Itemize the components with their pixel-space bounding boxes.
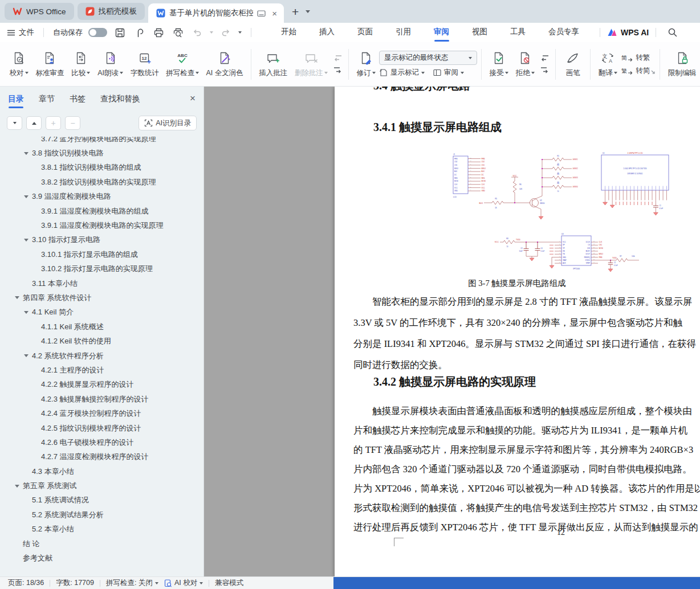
toc-item[interactable]: 3.8.2 指纹识别模块电路的实现原理	[0, 175, 204, 189]
menu-tab-6[interactable]: 工具	[499, 23, 537, 42]
wps-ai-button[interactable]: WPS AI	[607, 28, 649, 37]
redo-chevron-icon[interactable]	[238, 31, 242, 34]
save-button[interactable]	[113, 26, 127, 39]
zoom-out-button[interactable]: −	[65, 116, 80, 130]
collapse-triangle-icon[interactable]	[24, 239, 32, 242]
menu-tab-7[interactable]: 会员专享	[537, 23, 591, 42]
collapse-triangle-icon[interactable]	[15, 296, 23, 299]
tab-document[interactable]: 基于单片机的智能衣柜控制系 ×	[148, 3, 284, 23]
toc-item[interactable]: 4.2 系统软件程序分析	[0, 349, 204, 363]
toc-item[interactable]: 第五章 系统测试	[0, 478, 204, 493]
accept-button[interactable]: 接受	[486, 48, 512, 80]
search-button[interactable]	[668, 27, 678, 38]
ink-brush-button[interactable]: 画笔	[560, 48, 586, 80]
toc-item[interactable]: 参考文献	[0, 551, 204, 565]
toc-item[interactable]: 4.2.3 触摸屏触摸控制程序的设计	[0, 392, 204, 406]
collapse-all-button[interactable]	[7, 116, 22, 130]
toc-item[interactable]: 4.1.2 Keil 软件的使用	[0, 334, 204, 348]
collapse-triangle-icon[interactable]	[24, 311, 32, 314]
status-compat-mode[interactable]: 兼容模式	[215, 578, 243, 588]
sidebar-tab-1[interactable]: 章节	[39, 87, 55, 112]
compare-button[interactable]: 比较	[68, 48, 94, 80]
translate-button[interactable]: 文A 翻译	[595, 48, 621, 80]
toc-item[interactable]: 4.2.5 指纹识别模块程序的设计	[0, 421, 204, 435]
markup-state-select[interactable]: 显示标记的最终状态	[379, 51, 477, 65]
toc-item[interactable]: 3.11 本章小结	[0, 276, 204, 291]
toc-item[interactable]: 4.1.1 Keil 系统概述	[0, 320, 204, 334]
menu-tab-3[interactable]: 引用	[384, 23, 422, 42]
insert-comment-button[interactable]: 插入批注	[255, 48, 291, 80]
previous-comment-button[interactable]	[333, 55, 343, 62]
toc-item[interactable]: 4.2.2 触摸屏显示程序的设计	[0, 378, 204, 392]
autosave-toggle[interactable]	[88, 28, 107, 37]
restrict-editing-button[interactable]: 限制编辑	[664, 48, 700, 80]
toc-item[interactable]: 3.8 指纹识别模块电路	[0, 146, 204, 160]
previous-revision-button[interactable]	[540, 55, 550, 62]
sidebar-tab-2[interactable]: 书签	[70, 87, 86, 112]
menu-tab-5[interactable]: 视图	[461, 23, 499, 42]
undo-button[interactable]	[190, 26, 204, 39]
toc-item[interactable]: 4.2.6 电子锁模块程序的设计	[0, 435, 204, 449]
toc-item[interactable]: 4.2.4 蓝牙模块控制程序的设计	[0, 406, 204, 420]
spell-check-button[interactable]: ABC 拼写检查	[162, 48, 202, 80]
tab-wps-office[interactable]: WPS Office	[5, 3, 74, 20]
print-button[interactable]	[152, 26, 165, 39]
toc-item[interactable]: 3.9 温湿度检测模块电路	[0, 190, 204, 204]
collapse-triangle-icon[interactable]	[24, 152, 32, 155]
toc-item[interactable]: 4.2.1 主程序的设计	[0, 363, 204, 377]
menu-tab-0[interactable]: 开始	[270, 23, 308, 42]
export-button[interactable]	[132, 26, 146, 39]
sidebar-tab-0[interactable]: 目录	[8, 87, 24, 112]
ai-recognize-toc-button[interactable]: AI识别目录	[139, 116, 197, 130]
group-expand-icon[interactable]	[650, 69, 656, 75]
ai-polish-button[interactable]: AI 全文润色	[202, 48, 247, 80]
menu-tab-1[interactable]: 插入	[308, 23, 346, 42]
zoom-in-button[interactable]: +	[46, 116, 61, 130]
collapse-triangle-icon[interactable]	[15, 485, 23, 488]
ai-read-button[interactable]: AI朗读	[94, 48, 127, 80]
expand-all-button[interactable]	[26, 116, 42, 130]
status-spellcheck[interactable]: 拼写检查: 关闭	[106, 578, 158, 588]
status-ai-proofread[interactable]: AI 校对	[164, 578, 203, 588]
undo-chevron-icon[interactable]	[210, 31, 213, 34]
toc-item[interactable]: 5.2 系统测试结果分析	[0, 508, 204, 522]
standard-review-button[interactable]: 标准审查	[32, 48, 68, 80]
collapse-triangle-icon[interactable]	[24, 354, 32, 357]
show-markup-button[interactable]: 显示标记	[379, 68, 425, 77]
close-sidebar-icon[interactable]: ×	[190, 93, 196, 103]
status-page-indicator[interactable]: 页面: 18/36	[8, 578, 44, 588]
proofread-button[interactable]: 校对	[6, 48, 32, 80]
word-count-button[interactable]: 12 字数统计	[127, 48, 162, 80]
toc-item[interactable]: 3.10.2 指示灯显示电路的实现原理	[0, 262, 204, 276]
toc-item[interactable]: 4.2.7 温湿度检测模块程序的设计	[0, 450, 204, 464]
delete-comment-button[interactable]: 删除批注	[291, 48, 331, 80]
track-changes-button[interactable]: 修订	[353, 48, 379, 80]
reject-button[interactable]: 拒绝	[512, 48, 538, 80]
toc-item[interactable]: 5.2 本章小结	[0, 522, 204, 537]
menu-tab-4[interactable]: 审阅	[422, 23, 461, 42]
to-simplified-button[interactable]: 繁 转简	[621, 66, 650, 76]
close-tab-icon[interactable]: ×	[270, 9, 279, 18]
toc-item[interactable]: 3.7.2 蓝牙控制模块电路的实现原理	[0, 137, 204, 146]
document-canvas[interactable]: 3.4 触摸显示屏电路 3.4.1 触摸显示屏电路组成 J1 PEN11PENC…	[204, 87, 700, 576]
tab-docer-templates[interactable]: 找稻壳模板	[78, 3, 145, 20]
toc-item[interactable]: 结 论	[0, 537, 204, 551]
review-pane-button[interactable]: 审阅	[433, 68, 464, 77]
toc-item[interactable]: 第四章 系统软件设计	[0, 291, 204, 305]
print-preview-button[interactable]	[171, 26, 185, 39]
tab-list-chevron-icon[interactable]	[306, 10, 310, 13]
new-tab-button[interactable]: +	[292, 6, 299, 18]
toc-item[interactable]: 5.1 系统调试情况	[0, 493, 204, 508]
sidebar-tab-3[interactable]: 查找和替换	[100, 87, 140, 112]
toc-item[interactable]: 4.1 Keil 简介	[0, 305, 204, 320]
toc-item[interactable]: 3.9.1 温湿度检测模块电路的组成	[0, 204, 204, 218]
toc-item[interactable]: 3.10.1 指示灯显示电路的组成	[0, 247, 204, 261]
toc-item[interactable]: 3.10 指示灯显示电路	[0, 233, 204, 247]
separate-window-icon[interactable]	[257, 10, 266, 17]
next-revision-button[interactable]	[540, 67, 550, 74]
next-comment-button[interactable]	[333, 67, 343, 74]
document-page[interactable]: 3.4 触摸显示屏电路 3.4.1 触摸显示屏电路组成 J1 PEN11PENC…	[335, 87, 700, 576]
redo-button[interactable]	[219, 26, 233, 39]
toc-item[interactable]: 3.9.1 温湿度检测模块电路的实现原理	[0, 218, 204, 232]
status-word-count[interactable]: 字数: 17709	[56, 578, 94, 588]
